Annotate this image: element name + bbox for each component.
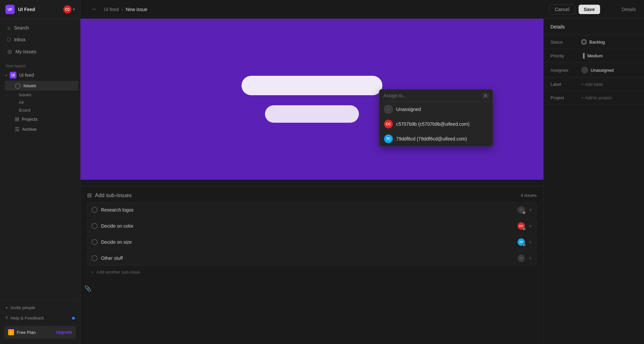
sub-issue-remove-1[interactable]: ×	[528, 207, 532, 213]
sidebar-bottom: + Invite people ? Help & Feedback ⚡ Free…	[0, 299, 80, 344]
hero-pill-small	[265, 105, 359, 123]
assign-option-tc[interactable]: 7C 79ddf6cd (79ddf6cd@uifeed.com)	[379, 131, 493, 146]
add-label-text: + Add label	[581, 82, 603, 87]
sub-issue-assignee-1: +	[518, 206, 525, 214]
issues-label: Issues	[23, 83, 36, 88]
save-button[interactable]: Save	[579, 5, 600, 14]
cc-avatar: CC	[384, 120, 393, 128]
sidebar-item-archive[interactable]: ☰ Archive	[5, 124, 78, 134]
app-logo: UF	[5, 5, 15, 14]
your-teams-label: Your teams	[0, 60, 80, 70]
issues-icon: ◯	[15, 82, 21, 89]
archive-label: Archive	[22, 127, 37, 132]
team-ui-feed[interactable]: ▾ UI Ui feed	[0, 70, 80, 80]
sub-issue-status-3	[92, 239, 98, 245]
assign-option-label-cc: c5707b9b (c5707b9b@uifeed.com)	[396, 121, 470, 127]
sidebar-item-issues[interactable]: ◯ Issues	[5, 81, 78, 91]
main-content: ← Ui feed › New issue Cancel Save Detail…	[80, 0, 644, 344]
sidebar: UF UI Feed CC ▾ ⌕ Search □ Inbox ◎ My is…	[0, 0, 80, 344]
assign-search-input[interactable]	[383, 93, 480, 98]
assign-option-label-tc: 79ddf6cd (79ddf6cd@uifeed.com)	[396, 136, 467, 141]
content-area: A ○ Unassigned CC c5707b9b (c5707b9b@uif…	[80, 19, 644, 344]
upgrade-icon: ⚡	[8, 329, 14, 335]
sub-issue-remove-3[interactable]: ×	[528, 239, 532, 245]
help-label: Help & Feedback	[10, 316, 44, 321]
upgrade-button[interactable]: Upgrade	[56, 330, 72, 335]
hero-pill-large	[241, 76, 382, 95]
status-row: Status Backlog	[544, 35, 644, 49]
priority-value[interactable]: ▐ Medium	[581, 53, 603, 58]
add-project-button[interactable]: + Add to project	[581, 95, 612, 100]
sub-issue-status-1	[92, 207, 98, 213]
assignee-value[interactable]: Unassigned	[581, 67, 614, 73]
search-key-badge: A	[482, 93, 489, 98]
sidebar-item-help[interactable]: ? Help & Feedback	[0, 313, 80, 323]
status-value-text: Backlog	[589, 40, 605, 45]
sidebar-item-label-inbox: Inbox	[14, 37, 25, 42]
user-avatar: CC	[63, 5, 71, 13]
sub-issue-label-4: Other stuff	[101, 255, 514, 261]
add-sub-issue-row[interactable]: + Add another sub-issue	[87, 267, 537, 277]
projects-icon: ⊞	[15, 116, 19, 122]
cancel-button[interactable]: Cancel	[549, 4, 575, 14]
sidebar-item-board[interactable]: Board	[3, 106, 80, 114]
sidebar-nav: ⌕ Search □ Inbox ◎ My issues	[0, 19, 80, 60]
sidebar-item-backlog[interactable]: Issues	[3, 91, 80, 99]
inbox-icon: □	[7, 37, 11, 43]
sidebar-item-all[interactable]: All	[3, 99, 80, 106]
back-button[interactable]: ←	[89, 4, 100, 14]
sidebar-item-invite[interactable]: + Invite people	[0, 302, 80, 313]
team-icon: UI	[10, 72, 16, 78]
search-icon: ⌕	[7, 25, 11, 31]
plus-icon: +	[5, 305, 8, 310]
sub-issue-assignee-2: CC +	[518, 222, 525, 230]
breadcrumb-current: New issue	[126, 7, 148, 12]
add-project-text: + Add to project	[581, 95, 612, 100]
topbar-actions: Cancel Save	[549, 4, 600, 14]
priority-value-text: Medium	[587, 53, 603, 58]
my-issues-icon: ◎	[7, 48, 12, 55]
status-value[interactable]: Backlog	[581, 39, 605, 45]
sub-issue-item-1: Research logos + ×	[87, 203, 537, 217]
sub-issue-status-2	[92, 223, 98, 229]
breadcrumb-parent: Ui feed	[104, 7, 119, 12]
sidebar-item-my-issues[interactable]: ◎ My issues	[2, 46, 78, 57]
add-icon: +	[91, 270, 94, 275]
sub-issues-count: 4 issues	[521, 193, 537, 198]
add-label-button[interactable]: + Add label	[581, 82, 603, 87]
avatar-group: CC ▾	[63, 5, 75, 13]
notification-dot	[72, 317, 75, 320]
sub-issue-remove-2[interactable]: ×	[528, 223, 532, 229]
sub-issue-avatar-1: +	[518, 206, 525, 214]
status-label: Status	[550, 40, 577, 45]
sub-issue-label-3: Decide on size	[101, 239, 514, 245]
assign-search-row: A	[379, 90, 493, 102]
sidebar-item-projects[interactable]: ⊞ Projects	[5, 114, 78, 124]
assign-option-label-unassigned: Unassigned	[396, 107, 421, 112]
details-tab: Details	[544, 19, 644, 35]
sub-issue-avatar-3: 7C +	[518, 238, 525, 246]
sidebar-item-search[interactable]: ⌕ Search	[2, 22, 78, 34]
sub-issues-header: ⊟ Add sub-issues 4 issues	[87, 192, 537, 198]
chevron-down-icon: ▾	[73, 7, 75, 12]
upgrade-bar: ⚡ Free Plan Upgrade	[4, 326, 76, 339]
archive-icon: ☰	[15, 126, 19, 132]
sub-issue-label-2: Decide on color	[101, 223, 514, 229]
sub-issue-avatar-2: CC +	[518, 222, 525, 230]
breadcrumb-separator: ›	[121, 7, 123, 12]
invite-label: Invite people	[11, 305, 36, 310]
sub-issues-grid-icon: ⊟	[87, 192, 92, 198]
sub-issues-header-label[interactable]: Add sub-issues	[95, 192, 131, 198]
sub-issue-assignee-3: 7C +	[518, 238, 525, 246]
details-tab-label: Details	[622, 7, 636, 12]
sub-issue-remove-4[interactable]: ×	[528, 255, 532, 262]
sidebar-item-inbox[interactable]: □ Inbox	[2, 34, 78, 45]
sub-issue-avatar-4: +	[518, 254, 525, 262]
assign-option-unassigned[interactable]: ○ Unassigned	[379, 102, 493, 117]
sub-issue-item-3: Decide on size 7C + ×	[87, 235, 537, 249]
assign-option-cc[interactable]: CC c5707b9b (c5707b9b@uifeed.com)	[379, 117, 493, 131]
free-plan-label: Free Plan	[17, 330, 53, 335]
priority-row: Priority ▐ Medium	[544, 49, 644, 63]
assignee-label: Assignee	[550, 68, 577, 73]
paperclip-row[interactable]: 📎	[80, 283, 543, 294]
